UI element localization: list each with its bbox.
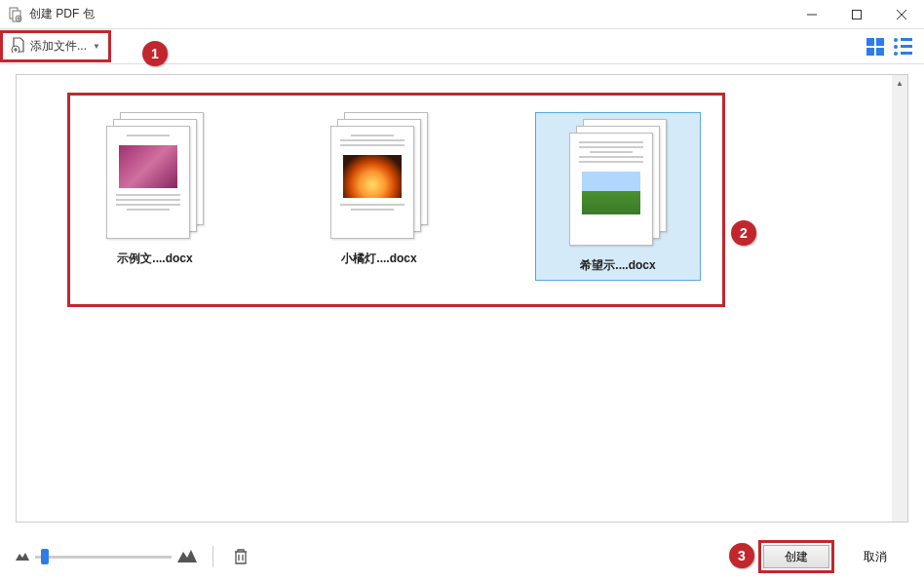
window-title: 创建 PDF 包 xyxy=(29,6,95,22)
create-button[interactable]: 创建 xyxy=(763,545,829,568)
maximize-button[interactable] xyxy=(834,0,879,29)
file-item[interactable]: 小橘灯....docx xyxy=(311,112,447,281)
close-button[interactable] xyxy=(879,0,924,29)
file-label: 希望示....docx xyxy=(580,257,655,274)
view-toggles xyxy=(866,37,912,57)
file-grid-area: ▲ 示例文....docx xyxy=(16,74,908,523)
add-file-label: 添加文件... xyxy=(30,38,87,55)
callout-badge-3: 3 xyxy=(729,543,754,568)
divider xyxy=(212,546,213,567)
slider-thumb[interactable] xyxy=(41,549,49,564)
grid-view-button[interactable] xyxy=(866,37,885,57)
delete-button[interactable] xyxy=(229,545,252,568)
add-file-button[interactable]: 添加文件... ▼ xyxy=(3,33,108,59)
app-icon xyxy=(8,7,23,22)
svg-rect-3 xyxy=(853,10,862,19)
list-icon xyxy=(894,38,912,56)
zoom-in-icon xyxy=(177,549,197,565)
document-thumbnail xyxy=(569,119,667,246)
grid-icon xyxy=(866,38,884,56)
file-item[interactable]: 示例文....docx xyxy=(87,112,223,281)
toolbar: 添加文件... ▼ xyxy=(0,29,924,64)
callout-badge-2: 2 xyxy=(731,220,756,246)
callout-badge-1: 1 xyxy=(142,41,168,66)
file-label: 小橘灯....docx xyxy=(341,251,416,267)
list-view-button[interactable] xyxy=(893,37,912,57)
minimize-button[interactable] xyxy=(789,0,834,29)
cancel-button[interactable]: 取消 xyxy=(842,545,908,568)
titlebar: 创建 PDF 包 xyxy=(0,0,924,29)
scrollbar[interactable]: ▲ xyxy=(892,75,907,522)
scroll-up-icon[interactable]: ▲ xyxy=(892,75,907,91)
document-thumbnail xyxy=(106,112,204,239)
trash-icon xyxy=(233,548,249,565)
zoom-slider[interactable] xyxy=(35,547,172,566)
file-label: 示例文....docx xyxy=(117,251,192,267)
footer: 创建 取消 xyxy=(0,532,924,581)
file-item-selected[interactable]: 希望示....docx xyxy=(535,112,701,281)
action-buttons: 创建 取消 xyxy=(758,540,908,573)
file-row: 示例文....docx 小橘灯....docx xyxy=(87,112,701,281)
chevron-down-icon: ▼ xyxy=(93,42,100,51)
window-controls xyxy=(789,0,924,29)
document-thumbnail xyxy=(330,112,428,239)
add-file-icon xyxy=(11,37,26,56)
callout-1-highlight: 添加文件... ▼ xyxy=(0,30,111,62)
callout-3-highlight: 创建 xyxy=(758,540,834,573)
zoom-out-icon xyxy=(16,550,29,563)
